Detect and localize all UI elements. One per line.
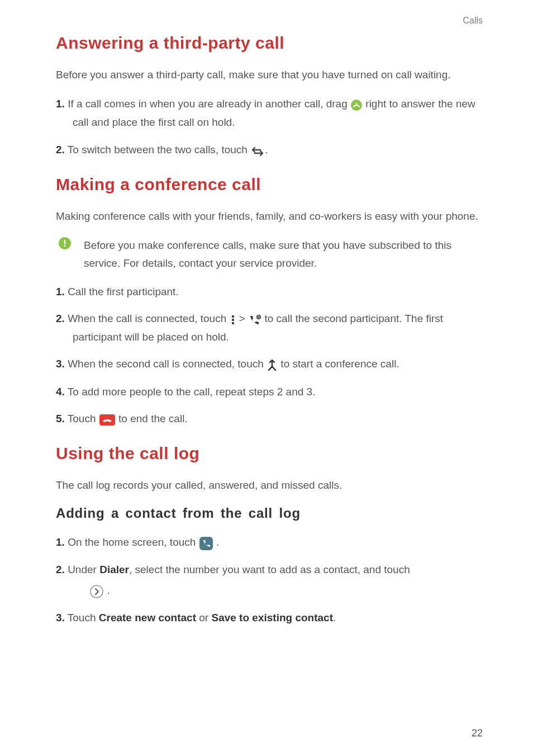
step-text: Call the first participant. (65, 286, 179, 297)
info-icon (58, 237, 72, 250)
step-item: 2. When the call is connected, touch > t… (56, 310, 483, 346)
svg-rect-12 (199, 537, 213, 550)
svg-point-3 (64, 245, 65, 247)
steps-list-section2: 1. Call the first participant. 2. When t… (56, 283, 483, 428)
svg-point-13 (91, 585, 103, 598)
section-title-answering: Answering a third-party call (56, 34, 483, 53)
svg-rect-5 (232, 315, 234, 318)
step-item: 2. Under Dialer, select the number you w… (56, 561, 483, 599)
step-number: 1. (56, 536, 65, 548)
step-text: . (104, 584, 110, 596)
page-number: 22 (472, 727, 483, 739)
step-number: 2. (56, 564, 65, 575)
step-number: 4. (56, 386, 65, 398)
dialer-app-icon (199, 534, 213, 552)
svg-rect-7 (232, 322, 234, 324)
step-text: > (236, 313, 249, 324)
steps-list-section1: 1. If a call comes in when you are alrea… (56, 95, 483, 159)
intro-paragraph-2: Making conference calls with your friend… (56, 207, 483, 225)
overflow-menu-icon (230, 310, 236, 328)
section-title-conference: Making a conference call (56, 175, 483, 194)
step-text: Touch (65, 612, 99, 623)
step-item: 5. Touch to end the call. (56, 410, 483, 428)
step-text: When the second call is connected, touch (65, 358, 266, 370)
step-number: 3. (56, 612, 65, 623)
end-call-icon (99, 410, 116, 428)
step-item: 1. Call the first participant. (56, 283, 483, 301)
svg-point-1 (356, 103, 358, 105)
step-text: To add more people to the call, repeat s… (65, 386, 316, 398)
subsection-title-add-contact: Adding a contact from the call log (56, 505, 483, 521)
intro-paragraph-1: Before you answer a third-party call, ma… (56, 66, 483, 84)
step-text: , select the number you want to add as a… (129, 564, 410, 575)
chevron-circle-icon (89, 582, 104, 600)
ui-label-dialer: Dialer (99, 564, 129, 575)
step-text: . (333, 612, 336, 623)
step-item: 1. On the home screen, touch . (56, 533, 483, 552)
step-item: 3. When the second call is connected, to… (56, 355, 483, 374)
step-text: Under (65, 564, 99, 575)
merge-calls-icon (266, 356, 278, 374)
answer-drag-icon (350, 96, 363, 114)
step-item: 2. To switch between the two calls, touc… (56, 141, 483, 159)
step-item: 3. Touch Create new contact or Save to e… (56, 609, 483, 627)
step-text: To switch between the two calls, touch (65, 144, 250, 155)
step-text: . (213, 536, 220, 548)
step-text: When the call is connected, touch (65, 313, 230, 324)
ui-label-create-contact: Create new contact (99, 612, 196, 623)
info-note-text: Before you make conference calls, make s… (79, 237, 483, 273)
step-number: 1. (56, 286, 65, 297)
step-text: or (196, 612, 211, 623)
step-number: 1. (56, 98, 65, 110)
info-note: Before you make conference calls, make s… (56, 237, 483, 273)
step-text: . (265, 144, 268, 155)
step-number: 2. (56, 144, 65, 155)
swap-calls-icon (250, 141, 265, 159)
step-text: On the home screen, touch (65, 536, 199, 548)
step-text: to start a conference call. (278, 358, 399, 370)
step-number: 3. (56, 358, 65, 370)
step-text: Touch (65, 413, 99, 424)
section-title-call-log: Using the call log (56, 444, 483, 463)
step-item: 4. To add more people to the call, repea… (56, 383, 483, 401)
add-call-icon (248, 310, 261, 328)
steps-list-section3: 1. On the home screen, touch . 2. Under … (56, 533, 483, 627)
step-number: 2. (56, 313, 65, 324)
intro-paragraph-3: The call log records your called, answer… (56, 476, 483, 494)
step-number: 5. (56, 413, 65, 424)
step-text: to end the call. (116, 413, 188, 424)
ui-label-save-contact: Save to existing contact (211, 612, 333, 623)
svg-rect-4 (64, 240, 66, 244)
step-item: 1. If a call comes in when you are alrea… (56, 95, 483, 131)
svg-rect-6 (232, 319, 234, 321)
step-text: If a call comes in when you are already … (65, 98, 350, 110)
breadcrumb: Calls (463, 16, 483, 26)
